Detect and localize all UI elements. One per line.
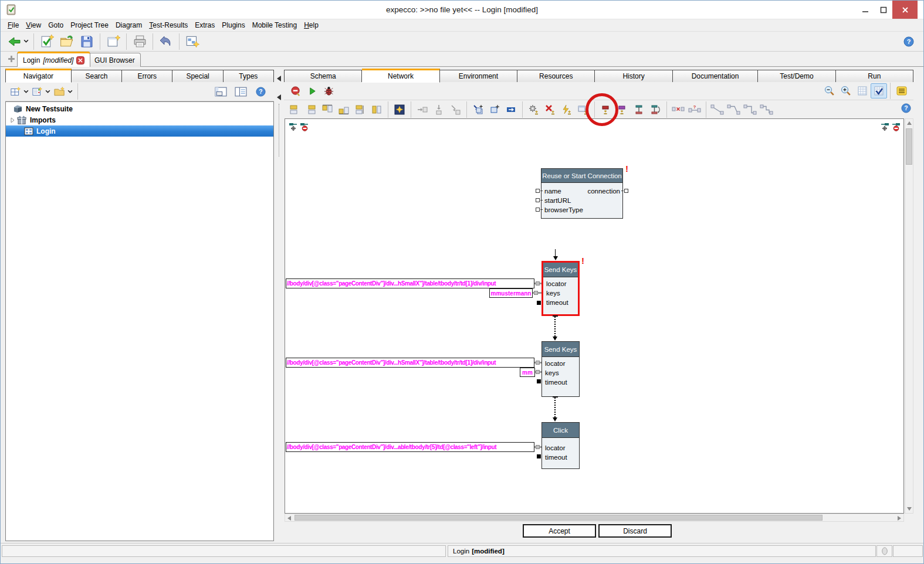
new-tab-button[interactable]: [8, 55, 15, 63]
tab-gui-browser[interactable]: GUI Browser: [89, 53, 141, 67]
expand-arrow-icon[interactable]: [9, 117, 15, 123]
input-pin[interactable]: [536, 198, 540, 202]
remove-output-pin-icon[interactable]: [891, 122, 901, 131]
locator-value[interactable]: //body/div[@class="pageContentDiv"]/div.…: [286, 442, 534, 452]
connector-style-step-icon[interactable]: [742, 103, 759, 117]
minimize-button[interactable]: [856, 1, 875, 19]
close-button[interactable]: [892, 1, 918, 19]
fit-diagram-icon[interactable]: [391, 103, 408, 117]
input-pin[interactable]: [536, 189, 540, 193]
splitter-handle[interactable]: [279, 104, 279, 157]
tools-button[interactable]: [182, 33, 202, 50]
add-input-pin-icon[interactable]: [289, 122, 298, 131]
tree-item-login[interactable]: Login: [6, 125, 273, 137]
reconnect-icon[interactable]: ?: [686, 103, 703, 117]
insert-output-pin-icon[interactable]: [447, 103, 463, 117]
menu-plugins[interactable]: Plugins: [218, 19, 248, 31]
block-reuse-or-start-connection[interactable]: Reuse or Start Connection name connectio…: [541, 168, 623, 219]
tab-documentation[interactable]: Documentation: [673, 70, 759, 83]
tab-resources[interactable]: Resources: [517, 70, 595, 83]
connector-style-double-step-icon[interactable]: [759, 103, 775, 117]
new-window-button[interactable]: [103, 33, 123, 50]
menu-goto[interactable]: Goto: [45, 19, 67, 31]
diagram-help-button[interactable]: ?: [901, 103, 911, 113]
connector-style-direct-icon[interactable]: [709, 103, 726, 117]
scroll-right-icon[interactable]: [898, 516, 901, 521]
tree-item-imports[interactable]: Imports: [6, 114, 273, 125]
scroll-left-icon[interactable]: [287, 516, 291, 521]
locator-value[interactable]: //body/div[@class="pageContentDiv"]/div.…: [286, 278, 534, 288]
connected-pin[interactable]: [536, 281, 540, 286]
save-button[interactable]: [77, 33, 97, 50]
maximize-button[interactable]: [875, 1, 892, 19]
block-click[interactable]: Click locator timeout: [541, 422, 580, 469]
collapse-left-icon[interactable]: [277, 94, 281, 100]
align-left-icon[interactable]: [286, 103, 303, 117]
execute-anchor-icon[interactable]: [559, 103, 575, 117]
scroll-down-icon[interactable]: [907, 507, 912, 511]
delete-anchor-icon[interactable]: [542, 103, 559, 117]
menu-test-results[interactable]: Test-Results: [145, 19, 191, 31]
menu-mobile-testing[interactable]: Mobile Testing: [249, 19, 301, 31]
keys-value[interactable]: mmustermann: [489, 288, 533, 298]
same-width-icon[interactable]: [352, 103, 368, 117]
same-height-icon[interactable]: [368, 103, 385, 117]
close-tab-icon[interactable]: [76, 56, 84, 64]
tab-errors[interactable]: Errors: [122, 70, 172, 83]
tab-run[interactable]: Run: [836, 70, 913, 83]
navigator-help-button[interactable]: ?: [251, 84, 270, 99]
discard-button[interactable]: Discard: [598, 524, 672, 538]
locator-value[interactable]: //body/div[@class="pageContentDiv"]/div.…: [286, 358, 534, 368]
timeout-pin[interactable]: [537, 454, 541, 458]
output-pin[interactable]: [624, 189, 628, 193]
print-button[interactable]: [130, 33, 150, 50]
new-block-icon[interactable]: [470, 103, 486, 117]
tab-network[interactable]: Network: [362, 69, 439, 83]
undo-button[interactable]: [156, 33, 176, 50]
connected-pin[interactable]: [534, 291, 538, 295]
tab-login[interactable]: Login [modified]: [17, 52, 90, 67]
tab-schema[interactable]: Schema: [284, 70, 362, 83]
scroll-up-icon[interactable]: [907, 121, 912, 125]
vertical-scrollbar[interactable]: [905, 118, 913, 514]
notes-button[interactable]: [893, 83, 910, 98]
timeout-pin[interactable]: [537, 379, 541, 383]
move-block-down-alt-icon[interactable]: [614, 103, 631, 117]
tab-special[interactable]: Special: [172, 70, 223, 83]
connected-pin[interactable]: [536, 361, 540, 365]
help-button[interactable]: ?: [899, 33, 919, 50]
accept-button[interactable]: Accept: [523, 524, 596, 538]
add-block-icon[interactable]: [486, 103, 503, 117]
block-send-keys-1[interactable]: Send Keys locator keys timeout: [541, 261, 580, 316]
timeout-pin[interactable]: [537, 301, 541, 305]
grid-button[interactable]: [854, 83, 871, 98]
insert-step-icon[interactable]: [431, 103, 447, 117]
disconnect-icon[interactable]: [670, 103, 686, 117]
tab-history[interactable]: History: [595, 70, 672, 83]
add-output-pin-icon[interactable]: [880, 122, 889, 131]
menu-help[interactable]: Help: [300, 19, 322, 31]
horizontal-scrollbar[interactable]: [285, 514, 904, 522]
align-right-icon[interactable]: [303, 103, 319, 117]
connected-pin[interactable]: [536, 445, 540, 449]
collapse-left-icon[interactable]: [277, 76, 281, 81]
menu-view[interactable]: View: [22, 19, 45, 31]
align-bottom-icon[interactable]: [336, 103, 352, 117]
input-pin[interactable]: [536, 208, 540, 212]
new-diagram-button[interactable]: [9, 84, 31, 99]
move-block-down-icon[interactable]: [598, 103, 614, 117]
tab-test-demo[interactable]: Test/Demo: [758, 70, 835, 83]
show-detail-pane-button[interactable]: [211, 84, 231, 99]
window-anchor-icon[interactable]: [575, 103, 591, 117]
block-send-keys-2[interactable]: Send Keys locator keys timeout: [541, 341, 580, 397]
menu-project-tree[interactable]: Project Tree: [67, 19, 112, 31]
grid-snap-button[interactable]: [871, 83, 887, 98]
new-item-button[interactable]: [31, 84, 52, 99]
scrollbar-thumb[interactable]: [295, 515, 823, 521]
new-folder-button[interactable]: [52, 84, 75, 99]
back-button[interactable]: [5, 33, 31, 50]
scrollbar-thumb[interactable]: [906, 128, 912, 165]
network-canvas[interactable]: Reuse or Start Connection name connectio…: [285, 118, 904, 514]
action-settings-anchor-icon[interactable]: [526, 103, 542, 117]
debug-button[interactable]: [320, 83, 337, 98]
